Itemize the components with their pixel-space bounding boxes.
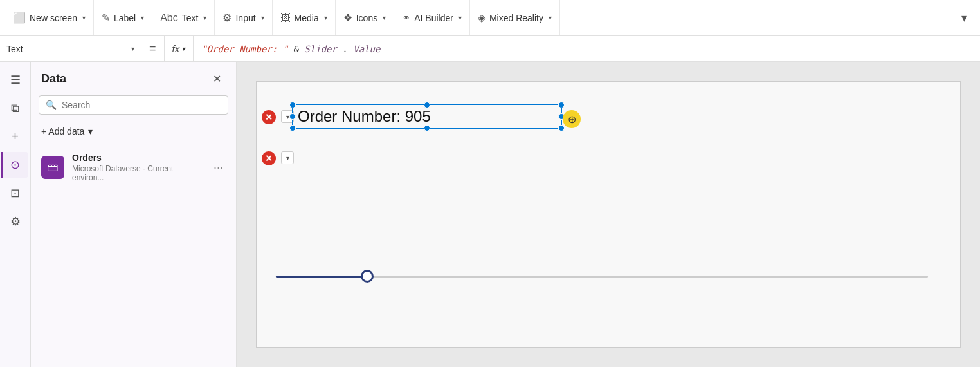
input-label: Input [235, 13, 255, 23]
handle-bottom-right[interactable] [558, 125, 565, 131]
formula-value-ref: Value [353, 44, 380, 54]
error-badge-1[interactable]: ✕ [262, 110, 276, 124]
handle-top-right[interactable] [558, 102, 565, 108]
icons-label: Icons [356, 13, 377, 23]
toolbar: ⬜ New screen ▾ ✎ Label ▾ Abc Text ▾ ⚙ In… [0, 0, 980, 36]
icons-icon: ❖ [343, 12, 352, 24]
sidebar-item-settings[interactable]: ⚙ [3, 209, 28, 234]
fx-button[interactable]: fx ▾ [165, 36, 194, 61]
new-screen-chevron-icon: ▾ [82, 14, 86, 21]
data-panel-title: Data [41, 72, 66, 86]
data-panel-close-button[interactable]: ✕ [208, 70, 226, 88]
text-icon: Abc [160, 12, 178, 24]
sidebar-item-layers[interactable]: ⧉ [3, 95, 28, 121]
handle-bottom-center[interactable] [424, 125, 430, 131]
mixed-reality-chevron-icon: ▾ [549, 14, 552, 21]
new-screen-button[interactable]: ⬜ New screen ▾ [5, 0, 94, 35]
monitor-icon: ⬜ [13, 12, 26, 24]
main-layout: ☰ ⧉ + ⊙ ⊡ ⚙ Data ✕ 🔍 + Add data [0, 62, 980, 367]
data-panel: Data ✕ 🔍 + Add data ▾ 🗃 Orders Microsoft… [31, 62, 237, 367]
settings-icon: ⚙ [10, 214, 21, 229]
ai-builder-chevron-icon: ▾ [458, 14, 462, 21]
equals-sign: = [141, 36, 165, 61]
label-button[interactable]: ✎ Label ▾ [94, 0, 152, 35]
search-box[interactable]: 🔍 [39, 95, 228, 115]
move-cursor-icon: ⊕ [563, 110, 581, 128]
input-icon: ⚙ [222, 12, 231, 24]
slider-thumb[interactable] [361, 270, 374, 283]
property-chevron-icon: ▾ [131, 45, 134, 52]
handle-middle-left[interactable] [289, 113, 296, 120]
media-label: Media [295, 13, 319, 23]
add-data-chevron-icon: ▾ [88, 126, 93, 136]
icons-chevron-icon: ▾ [383, 14, 386, 21]
input-chevron-icon: ▾ [261, 14, 264, 21]
sidebar-item-data[interactable]: ⊙ [1, 152, 28, 178]
canvas-text-element[interactable]: ⊕ Order Number: 905 [292, 104, 562, 129]
handle-top-left[interactable] [289, 102, 296, 108]
formula-input[interactable]: "Order Number: " & Slider . Value [194, 44, 980, 54]
formula-dot: . [342, 44, 347, 54]
formula-string-part: "Order Number: " [201, 44, 288, 54]
canvas-surface: ✕ ▾ ⊕ Order Number: 905 ✕ ▾ [256, 81, 961, 348]
toolbar-overflow-button[interactable]: ▾ [954, 7, 975, 29]
media-icon: 🖼 [280, 12, 291, 24]
text-label: Text [182, 13, 199, 23]
mixed-reality-button[interactable]: ◈ Mixed Reality ▾ [470, 0, 560, 35]
orders-data-item[interactable]: 🗃 Orders Microsoft Dataverse - Current e… [31, 146, 236, 189]
media-button[interactable]: 🖼 Media ▾ [273, 0, 336, 35]
sidebar-item-charts[interactable]: ⊡ [3, 180, 28, 206]
add-data-label: + Add data [41, 126, 84, 136]
handle-bottom-left[interactable] [289, 125, 296, 131]
fx-label: fx [172, 43, 180, 54]
mixed-reality-label: Mixed Reality [489, 13, 543, 23]
add-icon: + [12, 130, 19, 144]
ai-builder-button[interactable]: ⚭ AI Builder ▾ [394, 0, 470, 35]
sidebar-item-add[interactable]: + [3, 124, 28, 149]
tree-icon: ☰ [10, 73, 21, 87]
text-button[interactable]: Abc Text ▾ [152, 0, 215, 35]
sidebar-icons: ☰ ⧉ + ⊙ ⊡ ⚙ [0, 62, 31, 367]
charts-icon: ⊡ [10, 186, 20, 200]
property-label: Text [6, 44, 127, 54]
slider-track-filled [276, 276, 367, 278]
new-screen-label: New screen [30, 13, 77, 23]
add-data-button[interactable]: + Add data ▾ [31, 122, 236, 140]
formula-ampersand: & [293, 44, 304, 54]
label-label: Label [114, 13, 136, 23]
formula-slider-ref: Slider [304, 44, 337, 54]
mixed-reality-icon: ◈ [478, 12, 485, 24]
data-panel-header: Data ✕ [31, 62, 236, 95]
error-badge-2[interactable]: ✕ [262, 151, 276, 165]
layers-icon: ⧉ [11, 102, 19, 115]
media-chevron-icon: ▾ [324, 14, 327, 21]
orders-info: Orders Microsoft Dataverse - Current env… [72, 153, 203, 182]
ai-builder-icon: ⚭ [402, 12, 410, 24]
canvas-text-content: Order Number: 905 [298, 108, 431, 125]
expand-chevron-2[interactable]: ▾ [281, 151, 294, 164]
data-icon: ⊙ [10, 158, 20, 172]
orders-icon: 🗃 [41, 156, 64, 179]
canvas-area: ✕ ▾ ⊕ Order Number: 905 ✕ ▾ [237, 62, 980, 367]
orders-menu-button[interactable]: ··· [211, 158, 226, 177]
text-chevron-icon: ▾ [203, 14, 206, 21]
orders-name: Orders [72, 153, 203, 163]
orders-description: Microsoft Dataverse - Current environ... [72, 164, 203, 182]
slider-element[interactable] [276, 270, 928, 283]
close-icon: ✕ [213, 73, 221, 85]
label-icon: ✎ [102, 12, 110, 24]
input-button[interactable]: ⚙ Input ▾ [215, 0, 272, 35]
search-icon: 🔍 [46, 100, 57, 110]
label-chevron-icon: ▾ [141, 14, 144, 21]
slider-track [276, 276, 928, 278]
formula-bar: Text ▾ = fx ▾ "Order Number: " & Slider … [0, 36, 980, 62]
fx-chevron-icon: ▾ [182, 45, 185, 52]
icons-button[interactable]: ❖ Icons ▾ [336, 0, 394, 35]
handle-top-center[interactable] [424, 102, 430, 108]
property-selector[interactable]: Text ▾ [0, 36, 141, 61]
search-input[interactable] [62, 100, 221, 110]
sidebar-item-tree[interactable]: ☰ [3, 67, 28, 93]
ai-builder-label: AI Builder [414, 13, 453, 23]
